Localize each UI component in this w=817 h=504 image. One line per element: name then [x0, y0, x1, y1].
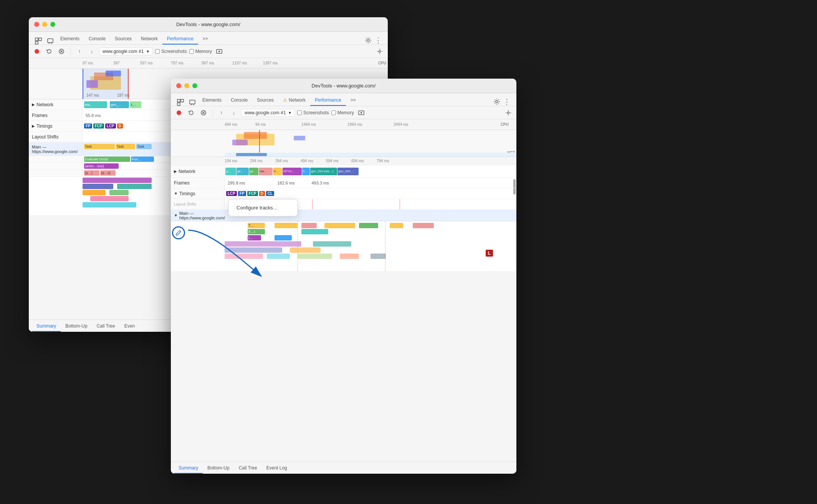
task-block-2: Task	[116, 144, 135, 149]
cpu-minimap-2: NET	[171, 130, 516, 157]
bottom-up-tab-1[interactable]: Bottom-Up	[61, 321, 92, 332]
minimize-button-1[interactable]	[42, 22, 47, 27]
timings-label-2: ▼ Timings	[171, 188, 225, 199]
upload-button-1[interactable]: ↑	[74, 46, 84, 56]
settings-button-2[interactable]	[503, 108, 513, 118]
upload-button-2[interactable]: ↑	[217, 108, 227, 118]
eval-label-1	[29, 156, 83, 163]
tab-performance-2[interactable]: Performance	[310, 95, 346, 106]
clear-button-2[interactable]	[198, 108, 208, 118]
download-button-2[interactable]: ↓	[229, 108, 239, 118]
arefs-label-1	[29, 170, 83, 176]
call-tree-tab-2[interactable]: Call Tree	[234, 463, 262, 474]
more-menu-icon-1[interactable]: ⋮	[375, 36, 382, 44]
configure-tracks-item[interactable]: Configure tracks…	[229, 202, 297, 214]
svg-point-27	[508, 112, 509, 114]
l-badge-container: L	[486, 250, 493, 257]
record-button-2[interactable]	[174, 108, 184, 118]
ruler-397ms: 397	[113, 61, 120, 65]
network-throttle-2[interactable]	[356, 108, 366, 118]
nb-9: 9…	[273, 168, 282, 175]
task-block-1: Task	[84, 144, 115, 149]
url-selector-1[interactable]: www.google.com #1 ▾	[99, 48, 153, 55]
tab-console-2[interactable]: Console	[226, 95, 252, 106]
tab-elements-1[interactable]: Elements	[56, 34, 84, 44]
more-tabs-2[interactable]: >>	[346, 95, 361, 106]
title-bar-1: DevTools - www.google.com/	[29, 17, 388, 32]
summary-tab-1[interactable]: Summary	[32, 321, 61, 332]
settings-button-1[interactable]	[375, 46, 385, 56]
svg-rect-15	[181, 99, 184, 102]
network-throttle-1[interactable]	[214, 46, 224, 56]
tl-794ms: 794 ms	[377, 159, 389, 163]
tab-network-1[interactable]: Network	[136, 34, 162, 44]
net-block-3: 1…	[130, 101, 141, 108]
ruler-1397ms: 1397 ms	[263, 61, 278, 65]
tab-performance-1[interactable]: Performance	[162, 34, 198, 44]
network-label-2: ▶ Network	[171, 165, 225, 177]
summary-tab-2[interactable]: Summary	[174, 463, 203, 474]
svg-rect-14	[177, 99, 180, 102]
clear-button-1[interactable]	[56, 46, 66, 56]
net-block-2: gen_…	[110, 101, 129, 108]
screenshots-checkbox-1[interactable]: Screenshots	[155, 49, 187, 54]
main-label-1: Main — https://www.google.com/	[29, 142, 83, 156]
d-badge-2: D	[259, 191, 265, 196]
maximize-button-2[interactable]	[192, 83, 197, 88]
minimize-button-2[interactable]	[184, 83, 189, 88]
tab-network-2[interactable]: ⚠ Network	[278, 95, 310, 106]
ruler-494ms-2: 494 ms	[225, 122, 237, 127]
fcp-badge-1: FCP	[93, 124, 104, 128]
cl-badge-2: CL	[266, 191, 274, 196]
tl-594ms: 594 ms	[326, 159, 339, 163]
memory-checkbox-2[interactable]: Memory	[331, 110, 354, 115]
frames-label-1: Frames	[29, 110, 83, 120]
timeline-ruler-1: 97 ms 397 597 ms 797 ms 997 ms 1197 ms 1…	[29, 58, 388, 69]
more-tabs-1[interactable]: >>	[198, 34, 213, 44]
layout-shifts-label-1: Layout Shifts	[29, 132, 83, 142]
svg-point-12	[218, 51, 220, 52]
memory-checkbox-1[interactable]: Memory	[189, 49, 212, 54]
screenshots-checkbox-2[interactable]: Screenshots	[297, 110, 329, 115]
timeline-labels-2: 194 ms 294 ms 394 ms 494 ms 594 ms 694 m…	[171, 157, 516, 165]
traffic-lights-2	[176, 83, 197, 88]
svg-point-7	[35, 49, 39, 54]
svg-point-26	[361, 112, 362, 114]
network-label-1: ▶ Network	[29, 99, 83, 110]
ruler-1494ms-2: 1494 ms	[301, 122, 316, 127]
maximize-button-1[interactable]	[50, 22, 55, 27]
perf-toolbar-2: ↑ ↓ www.google.com #1 ▾ Screenshots Memo…	[171, 106, 516, 119]
close-button-1[interactable]	[34, 22, 39, 27]
tab-sources-2[interactable]: Sources	[252, 95, 278, 106]
nb-g: g…	[225, 168, 236, 175]
eval-script-block: Evaluate Script	[84, 156, 130, 162]
refresh-button-1[interactable]	[44, 46, 54, 56]
d-badge-1: D	[117, 124, 123, 128]
lcp-badge-1: LCP	[105, 124, 116, 128]
svg-point-13	[379, 50, 381, 52]
more-menu-icon-2[interactable]: ⋮	[503, 97, 510, 106]
tabs-bar-1: Elements Console Sources Network Perform…	[29, 32, 388, 45]
tab-console-1[interactable]: Console	[84, 34, 110, 44]
settings-icon-2[interactable]	[493, 98, 500, 105]
perf-toolbar-1: ↑ ↓ www.google.com #1 ▾ Screenshots Memo…	[29, 45, 388, 58]
ruler-1994ms-2: 1994 ms	[347, 122, 362, 127]
main-track-header-2: ▼ Main — https://www.google.com/	[171, 210, 516, 221]
network-track-2: ▶ Network g… ge… ge clie… 9… hPYm… h gen…	[171, 165, 516, 178]
url-selector-2[interactable]: www.google.com #1 ▾	[241, 109, 295, 117]
event-log-tab-2[interactable]: Event Log	[262, 463, 292, 474]
tab-sources-1[interactable]: Sources	[110, 34, 136, 44]
svg-rect-3	[48, 39, 53, 43]
call-tree-tab-1[interactable]: Call Tree	[92, 321, 120, 332]
record-button-1[interactable]	[32, 46, 42, 56]
nb-clie: clie…	[259, 168, 273, 175]
settings-icon-1[interactable]	[365, 37, 372, 44]
nb-ge: ge…	[237, 168, 249, 175]
bottom-up-tab-2[interactable]: Bottom-Up	[203, 463, 234, 474]
fp-badge-1: FP	[84, 124, 92, 128]
tab-elements-2[interactable]: Elements	[198, 95, 226, 106]
download-button-1[interactable]: ↓	[87, 46, 97, 56]
refresh-button-2[interactable]	[186, 108, 196, 118]
close-button-2[interactable]	[176, 83, 181, 88]
event-log-tab-1[interactable]: Even	[120, 321, 139, 332]
